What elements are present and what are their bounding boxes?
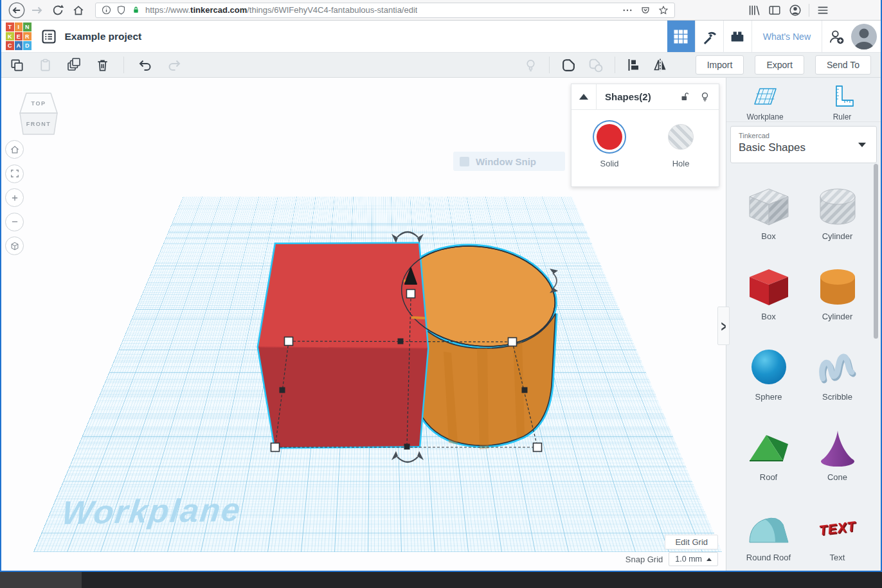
page-info-icon[interactable] <box>101 4 112 15</box>
panel-scrollbar-thumb[interactable] <box>874 164 878 339</box>
viewcube-front-label[interactable]: FRONT <box>26 121 51 127</box>
box-icon <box>746 267 792 308</box>
sphere-icon <box>746 347 792 388</box>
text-shape-art: TEXT <box>818 518 856 538</box>
redo-icon[interactable] <box>166 57 182 73</box>
logo-tile: D <box>23 41 32 50</box>
view-cube[interactable]: TOP FRONT <box>17 91 60 138</box>
unlock-icon[interactable] <box>678 91 690 103</box>
browser-chrome: https://www.tinkercad.com/things/6WIFehy… <box>1 0 881 21</box>
divider <box>549 57 550 73</box>
https-lock-icon <box>130 4 141 15</box>
url-bar[interactable]: https://www.tinkercad.com/things/6WIFehy… <box>95 3 675 18</box>
paste-icon[interactable] <box>38 58 53 73</box>
show-all-bulb-icon[interactable] <box>523 58 538 73</box>
shape-tile-roof[interactable]: Roof <box>734 427 803 503</box>
tracking-shield-icon[interactable] <box>116 4 127 15</box>
solid-label: Solid <box>600 159 619 168</box>
home-button[interactable] <box>69 1 87 19</box>
caret-down-icon <box>858 143 866 147</box>
mirror-icon[interactable] <box>652 57 668 73</box>
zoom-out-button[interactable] <box>5 213 24 231</box>
dashboard-grid-button[interactable] <box>667 21 695 52</box>
align-icon[interactable] <box>626 57 642 73</box>
group-icon[interactable] <box>561 57 577 73</box>
sidebars-icon[interactable] <box>768 3 782 17</box>
inspector-title: Shapes(2) <box>605 91 651 102</box>
copy-icon[interactable] <box>10 58 24 73</box>
shape-inspector: Shapes(2) Solid Hole <box>571 84 719 187</box>
whats-new-link[interactable]: What's New <box>752 21 822 52</box>
snap-grid-value: 1.0 mm <box>675 555 702 564</box>
library-icon[interactable] <box>747 3 761 17</box>
zoom-in-button[interactable] <box>5 188 24 207</box>
box-shape[interactable] <box>258 244 428 447</box>
menu-hamburger-icon[interactable] <box>816 3 830 17</box>
collapse-panel-button[interactable]: > <box>717 307 730 345</box>
solid-option[interactable]: Solid <box>584 120 634 168</box>
ungroup-icon[interactable] <box>588 57 604 73</box>
logo-tile: I <box>15 22 23 31</box>
user-avatar[interactable] <box>851 24 877 49</box>
shape-tile-scribble[interactable]: Scribble <box>803 347 872 422</box>
caret-up-icon <box>706 558 712 561</box>
forward-button[interactable] <box>28 1 46 19</box>
minecraft-pickaxe-button[interactable] <box>695 21 723 52</box>
workplane-tool[interactable]: Workplane <box>726 78 804 121</box>
back-button[interactable] <box>8 1 26 19</box>
duplicate-icon[interactable] <box>66 57 82 73</box>
shape-category-dropdown[interactable]: Tinkercad Basic Shapes <box>730 126 877 163</box>
page-actions-icon[interactable] <box>622 4 633 16</box>
import-button[interactable]: Import <box>696 55 744 75</box>
logo-tile: N <box>23 22 32 31</box>
account-icon[interactable] <box>788 3 802 17</box>
browser-window: https://www.tinkercad.com/things/6WIFehy… <box>0 0 882 572</box>
collapse-inspector-button[interactable] <box>572 84 597 109</box>
category-value: Basic Shapes <box>739 141 876 154</box>
app-header: T I N K E R C A D Example project What's… <box>1 21 881 53</box>
lego-button[interactable] <box>723 21 752 52</box>
shape-library: Box Cylinder Box <box>734 168 872 583</box>
snap-grid-control: Snap Grid 1.0 mm <box>626 552 718 566</box>
visibility-bulb-icon[interactable] <box>699 91 711 103</box>
shape-tile-cone[interactable]: Cone <box>803 427 872 503</box>
logo-tile: R <box>23 32 32 41</box>
export-button[interactable]: Export <box>755 55 804 75</box>
category-kicker: Tinkercad <box>739 132 876 139</box>
ruler-icon <box>827 84 857 111</box>
project-menu-icon[interactable] <box>40 28 57 45</box>
shape-tile-box[interactable]: Box <box>734 267 803 342</box>
hole-option[interactable]: Hole <box>656 120 706 168</box>
invite-button[interactable] <box>822 21 850 52</box>
reload-button[interactable] <box>49 1 67 19</box>
edit-toolbar: Import Export Send To <box>1 53 881 78</box>
fit-view-button[interactable] <box>5 165 24 183</box>
cylinder-icon <box>815 267 861 308</box>
shape-tile-box-hole[interactable]: Box <box>734 186 803 262</box>
home-view-button[interactable] <box>5 140 24 159</box>
bookmark-star-icon[interactable] <box>658 4 669 16</box>
tinkercad-logo[interactable]: T I N K E R C A D <box>6 22 32 50</box>
undo-icon[interactable] <box>138 57 153 73</box>
3d-canvas[interactable]: Workplane Window Snip <box>1 78 726 571</box>
shape-tile-cylinder[interactable]: Cylinder <box>803 267 872 342</box>
shape-tile-sphere[interactable]: Sphere <box>734 347 803 422</box>
snap-grid-dropdown[interactable]: 1.0 mm <box>669 552 718 566</box>
view-controls <box>5 140 24 255</box>
send-to-button[interactable]: Send To <box>815 55 871 75</box>
logo-tile: E <box>15 32 23 41</box>
divider <box>615 57 615 73</box>
shape-tile-cylinder-hole[interactable]: Cylinder <box>803 186 872 262</box>
ruler-tool[interactable]: Ruler <box>804 78 881 121</box>
hole-label: Hole <box>672 159 690 168</box>
project-title[interactable]: Example project <box>65 31 142 42</box>
pocket-icon[interactable] <box>640 4 651 16</box>
cylinder-hole-icon <box>815 186 861 227</box>
hole-swatch[interactable] <box>668 124 694 150</box>
perspective-toggle-button[interactable] <box>5 236 24 255</box>
edit-grid-button[interactable]: Edit Grid <box>665 535 718 549</box>
delete-icon[interactable] <box>95 58 110 73</box>
viewcube-top-label[interactable]: TOP <box>32 100 46 107</box>
logo-tile: T <box>6 22 14 31</box>
solid-swatch[interactable] <box>597 124 622 150</box>
